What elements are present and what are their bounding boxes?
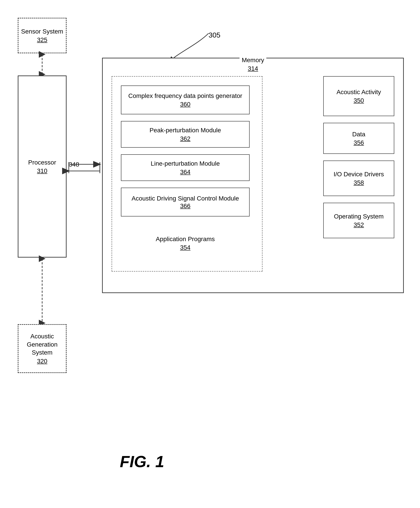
memory-outer-box: Memory 314 Complex frequency data points… xyxy=(102,58,404,293)
acoustic-driving-box: Acoustic Driving Signal Control Module 3… xyxy=(121,188,250,217)
complex-freq-title: Complex frequency data points generator xyxy=(128,92,242,100)
acoustic-gen-box: Acoustic Generation System 320 xyxy=(18,324,66,373)
memory-label: Memory 314 xyxy=(239,56,266,72)
processor-title: Processor xyxy=(28,158,56,166)
app-programs-title: Application Programs xyxy=(156,235,215,243)
right-column: Acoustic Activity 350 Data 356 I/O Devic… xyxy=(323,76,394,245)
os-number: 352 xyxy=(354,221,364,228)
ref-305-label: 305 xyxy=(209,31,220,39)
data-box: Data 356 xyxy=(323,123,394,154)
acoustic-driving-title: Acoustic Driving Signal Control Module xyxy=(132,194,239,202)
os-title: Operating System xyxy=(334,212,384,220)
memory-number: 314 xyxy=(242,65,264,72)
peak-pert-number: 362 xyxy=(180,135,191,142)
io-drivers-number: 358 xyxy=(354,179,364,186)
complex-freq-number: 360 xyxy=(180,101,191,108)
app-programs-section: Application Programs 354 xyxy=(121,228,250,259)
line-pert-number: 364 xyxy=(180,169,191,176)
io-drivers-box: I/O Device Drivers 358 xyxy=(323,161,394,196)
data-title: Data xyxy=(352,130,365,138)
io-drivers-title: I/O Device Drivers xyxy=(333,170,384,178)
diagram: 305 Sensor System 325 Processor 310 xyxy=(9,13,413,497)
peak-pert-title: Peak-perturbation Module xyxy=(149,126,221,134)
bus-number-label: 348 xyxy=(69,161,79,168)
acoustic-activity-box: Acoustic Activity 350 xyxy=(323,76,394,116)
os-box: Operating System 352 xyxy=(323,203,394,238)
memory-title: Memory xyxy=(242,56,264,64)
sensor-system-title: Sensor System xyxy=(21,28,63,36)
acoustic-gen-number: 320 xyxy=(37,358,47,365)
sensor-system-box: Sensor System 325 xyxy=(18,18,66,53)
acoustic-activity-title: Acoustic Activity xyxy=(337,88,381,96)
processor-number: 310 xyxy=(37,167,47,174)
sensor-system-number: 325 xyxy=(37,37,47,44)
acoustic-gen-title: Acoustic Generation System xyxy=(18,332,66,357)
data-number: 356 xyxy=(354,139,364,146)
complex-freq-box: Complex frequency data points generator … xyxy=(121,85,250,114)
acoustic-activity-number: 350 xyxy=(354,97,364,104)
app-programs-number: 354 xyxy=(180,244,191,251)
acoustic-driving-number: 366 xyxy=(180,202,191,209)
modules-box: Complex frequency data points generator … xyxy=(112,76,263,272)
figure-label: FIG. 1 xyxy=(120,453,164,471)
line-pert-title: Line-perturbation Module xyxy=(151,160,220,168)
line-pert-box: Line-perturbation Module 364 xyxy=(121,154,250,181)
peak-pert-box: Peak-perturbation Module 362 xyxy=(121,121,250,148)
processor-box: Processor 310 xyxy=(18,75,66,258)
